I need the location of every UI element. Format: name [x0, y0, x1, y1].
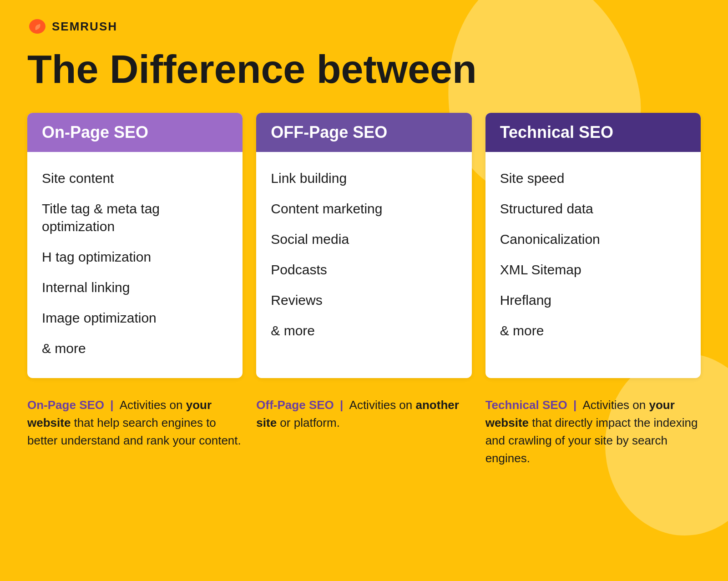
- description-row: On-Page SEO | Activities on your website…: [27, 396, 701, 467]
- desc-label: Off-Page SEO: [256, 398, 334, 412]
- list-item: Hreflang: [500, 285, 686, 315]
- card-body-on-page: Site contentTitle tag & meta tag optimiz…: [27, 152, 243, 378]
- card-off-page: OFF-Page SEOLink buildingContent marketi…: [256, 113, 471, 378]
- desc-col-off-page-seo: Off-Page SEO | Activities on another sit…: [256, 396, 471, 467]
- list-item: Podcasts: [271, 254, 457, 285]
- list-item: Site content: [42, 163, 228, 193]
- desc-col-on-page-seo: On-Page SEO | Activities on your website…: [27, 396, 243, 467]
- card-header-on-page: On-Page SEO: [27, 113, 243, 152]
- card-header-technical: Technical SEO: [485, 113, 701, 152]
- card-body-off-page: Link buildingContent marketingSocial med…: [256, 152, 471, 360]
- list-item: Internal linking: [42, 272, 228, 303]
- card-on-page: On-Page SEOSite contentTitle tag & meta …: [27, 113, 243, 378]
- card-header-off-page: OFF-Page SEO: [256, 113, 471, 152]
- semrush-logo-icon: [27, 18, 47, 35]
- list-item: & more: [271, 315, 457, 346]
- list-item: & more: [500, 315, 686, 346]
- desc-separator: |: [107, 398, 117, 412]
- desc-separator: |: [337, 398, 347, 412]
- list-item: Reviews: [271, 285, 457, 315]
- list-item: Site speed: [500, 163, 686, 193]
- cards-container: On-Page SEOSite contentTitle tag & meta …: [27, 113, 701, 378]
- list-item: Canonicalization: [500, 224, 686, 254]
- list-item: Title tag & meta tag optimization: [42, 193, 228, 242]
- logo-text: SEMRUSH: [52, 20, 117, 34]
- desc-label: On-Page SEO: [27, 398, 104, 412]
- desc-col-technical-seo: Technical SEO | Activities on your websi…: [485, 396, 701, 467]
- main-title: The Difference between: [27, 48, 701, 90]
- list-item: H tag optimization: [42, 242, 228, 272]
- card-technical: Technical SEOSite speedStructured dataCa…: [485, 113, 701, 378]
- list-item: Social media: [271, 224, 457, 254]
- list-item: & more: [42, 333, 228, 364]
- list-item: XML Sitemap: [500, 254, 686, 285]
- desc-separator: |: [570, 398, 580, 412]
- desc-label: Technical SEO: [485, 398, 567, 412]
- list-item: Link building: [271, 163, 457, 193]
- list-item: Structured data: [500, 193, 686, 224]
- list-item: Content marketing: [271, 193, 457, 224]
- list-item: Image optimization: [42, 303, 228, 333]
- logo: SEMRUSH: [27, 18, 701, 35]
- card-body-technical: Site speedStructured dataCanonicalizatio…: [485, 152, 701, 360]
